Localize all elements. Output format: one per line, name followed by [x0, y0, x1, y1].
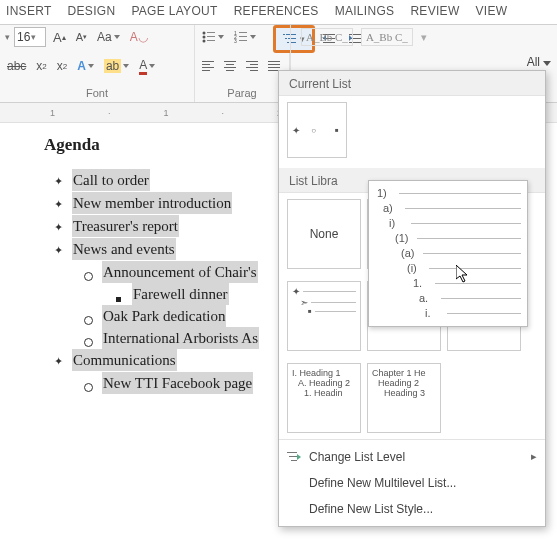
- menu-define-new-list-style[interactable]: Define New List Style...: [279, 496, 545, 522]
- tab-view[interactable]: VIEW: [476, 4, 508, 17]
- list-item-text: Call to order: [72, 169, 150, 191]
- svg-rect-1: [207, 32, 215, 33]
- font-group-label: Font: [4, 85, 190, 102]
- align-right-icon[interactable]: [243, 56, 261, 76]
- thumb-current-list[interactable]: ✦ ○ ■: [287, 102, 347, 158]
- svg-rect-21: [250, 64, 258, 65]
- tab-review[interactable]: REVIEW: [410, 4, 459, 17]
- tab-mailings[interactable]: MAILINGS: [335, 4, 395, 17]
- font-color-icon[interactable]: A: [136, 56, 158, 76]
- svg-rect-26: [268, 67, 280, 68]
- circle-bullet-icon: [74, 327, 102, 349]
- change-case-icon[interactable]: Aa: [94, 27, 123, 47]
- tab-design[interactable]: DESIGN: [68, 4, 116, 17]
- ribbon-tabs: INSERT DESIGN PAGE LAYOUT REFERENCES MAI…: [0, 0, 557, 25]
- paragraph-group-label: Parag: [199, 85, 285, 102]
- section-current-list: Current List: [279, 71, 545, 96]
- svg-rect-12: [202, 61, 214, 62]
- svg-rect-24: [268, 61, 280, 62]
- square-bullet-icon: [104, 283, 132, 305]
- grow-font-icon[interactable]: A▴: [50, 27, 69, 47]
- list-item-text: International Arborists As: [102, 327, 259, 349]
- list-item-text: Announcement of Chair's: [102, 261, 258, 283]
- align-left-icon[interactable]: [199, 56, 217, 76]
- svg-rect-20: [246, 61, 258, 62]
- list-item-text: News and events: [72, 238, 176, 260]
- svg-rect-19: [226, 70, 234, 71]
- circle-bullet-icon: [74, 372, 102, 394]
- circle-bullet-icon: [74, 305, 102, 327]
- tab-page-layout[interactable]: PAGE LAYOUT: [131, 4, 217, 17]
- tab-references[interactable]: REFERENCES: [234, 4, 319, 17]
- cursor-icon: [456, 265, 470, 283]
- styles-all-button[interactable]: All: [527, 55, 551, 69]
- svg-rect-16: [224, 61, 236, 62]
- thumb-chapter[interactable]: Chapter 1 He Heading 2 Heading 3: [367, 363, 441, 433]
- svg-rect-5: [207, 40, 215, 41]
- subscript-icon[interactable]: x2: [33, 56, 49, 76]
- font-name-dropdown-icon[interactable]: ▾: [5, 32, 10, 42]
- superscript-icon[interactable]: x2: [54, 56, 70, 76]
- clear-formatting-icon[interactable]: A◡: [127, 27, 151, 47]
- svg-marker-40: [456, 265, 467, 282]
- list-item-text: Treasurer's report: [72, 215, 179, 237]
- svg-text:3: 3: [234, 38, 237, 43]
- align-center-icon[interactable]: [221, 56, 239, 76]
- list-item-text: Oak Park dedication: [102, 305, 226, 327]
- svg-rect-17: [226, 64, 234, 65]
- text-effects-icon[interactable]: A: [74, 56, 97, 76]
- svg-rect-14: [202, 67, 214, 68]
- svg-rect-37: [289, 456, 297, 457]
- diamond-bullet-icon: [44, 192, 72, 215]
- list-item-text: Communications: [72, 349, 177, 371]
- diamond-bullet-icon: [44, 169, 72, 192]
- highlight-icon[interactable]: ab: [101, 56, 132, 76]
- list-item-text: New member introduction: [72, 192, 232, 214]
- style-preview-2[interactable]: A_Bb C_: [361, 28, 413, 46]
- diamond-bullet-icon: [44, 238, 72, 261]
- svg-point-2: [203, 36, 206, 39]
- style-preview-1[interactable]: A_Bb C_: [301, 28, 353, 46]
- svg-rect-23: [250, 70, 258, 71]
- svg-rect-7: [239, 32, 247, 33]
- svg-rect-11: [239, 40, 247, 41]
- list-item-text: New TTI Facebook page: [102, 372, 253, 394]
- svg-rect-13: [202, 64, 210, 65]
- svg-rect-38: [291, 460, 297, 461]
- diamond-bullet-icon: [44, 349, 72, 372]
- svg-rect-18: [224, 67, 236, 68]
- svg-rect-9: [239, 36, 247, 37]
- tab-insert[interactable]: INSERT: [6, 4, 52, 17]
- thumb-none[interactable]: None: [287, 199, 361, 269]
- menu-define-new-multilevel[interactable]: Define New Multilevel List...: [279, 470, 545, 496]
- menu-change-list-level[interactable]: Change List Level: [279, 444, 545, 470]
- list-item-text: Farewell dinner: [132, 283, 229, 305]
- change-level-icon: [287, 451, 301, 463]
- panel-footer: Change List Level Define New Multilevel …: [279, 439, 545, 526]
- svg-marker-39: [297, 454, 301, 460]
- diamond-bullet-icon: [44, 215, 72, 238]
- svg-point-4: [203, 40, 206, 43]
- svg-rect-25: [268, 64, 280, 65]
- svg-point-0: [203, 32, 206, 35]
- levels-preview-tooltip: 1)a)i)(1)(a)(i)1.a.i.: [368, 180, 528, 327]
- thumb-roman-alpha[interactable]: I. Heading 1 A. Heading 2 1. Headin: [287, 363, 361, 433]
- svg-rect-36: [287, 452, 297, 453]
- svg-rect-22: [246, 67, 258, 68]
- svg-rect-3: [207, 36, 215, 37]
- font-group: ▾ 16▾ A▴ A▾ Aa A◡ abc x2 x2 A ab A Font: [0, 25, 195, 102]
- strikethrough-icon[interactable]: abc: [4, 56, 29, 76]
- font-size-box[interactable]: 16▾: [14, 27, 46, 47]
- svg-rect-15: [202, 70, 210, 71]
- bullets-icon[interactable]: [199, 27, 227, 47]
- thumb-bullets-hier[interactable]: ✦ ➣ ■: [287, 281, 361, 351]
- circle-bullet-icon: [74, 261, 102, 283]
- shrink-font-icon[interactable]: A▾: [73, 27, 90, 47]
- numbering-icon[interactable]: 123: [231, 27, 259, 47]
